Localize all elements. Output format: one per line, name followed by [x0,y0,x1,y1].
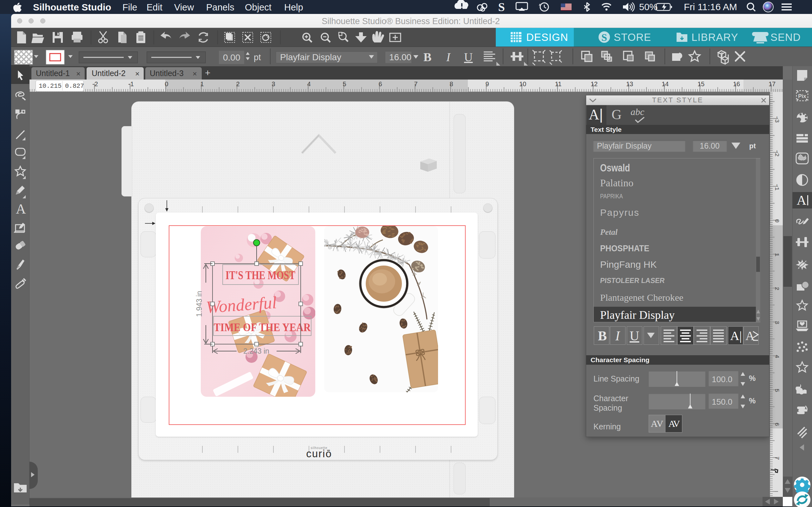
svg-text:B: B [423,50,432,64]
svg-text:0.00: 0.00 [223,53,241,62]
svg-text:Pix: Pix [798,93,806,99]
svg-text:LIBRARY: LIBRARY [692,32,739,43]
svg-text:A: A [797,193,807,208]
svg-text:16.00: 16.00 [389,52,411,62]
svg-text:pt: pt [254,53,261,62]
svg-text:1.943 in: 1.943 in [195,291,203,317]
svg-text:STORE: STORE [614,32,651,43]
svg-text:Fri 11:16 AM: Fri 11:16 AM [684,2,737,12]
svg-text:SEND: SEND [770,32,801,43]
svg-text:DESIGN: DESIGN [526,32,568,43]
svg-text:S: S [498,0,505,14]
svg-text:Playfair Display: Playfair Display [280,52,341,62]
svg-text:S: S [601,32,607,43]
svg-text:I: I [446,50,451,64]
svg-text:50%: 50% [639,2,658,12]
svg-text:U: U [464,50,473,64]
svg-text:A: A [16,201,26,217]
svg-text:2.243 in: 2.243 in [243,347,269,355]
